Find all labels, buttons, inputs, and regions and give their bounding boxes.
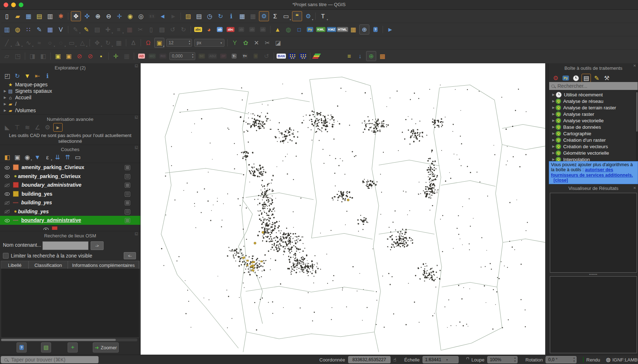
delete-selected[interactable]: ▦ [125,25,134,34]
layer-legend-filter-icon[interactable] [125,209,130,214]
refresh-map[interactable]: ↻ [216,12,225,21]
clipboard[interactable]: ▤ [194,12,204,21]
expander-icon[interactable]: ▶ [551,132,556,135]
digitize-rectangle[interactable]: ▭▾ [67,38,76,47]
advanced-digitizing-delta[interactable]: Δ [129,38,138,47]
stream-digitize[interactable]: ≈ [35,38,44,47]
processing-search-input[interactable] [557,83,630,89]
layer-row-boundary_administrative[interactable]: boundary_administrative [0,216,140,225]
layer-visibility-eye-icon[interactable] [4,191,10,196]
snapping-mode[interactable]: ▣▾ [154,38,164,48]
layer-visibility-eye-icon[interactable] [4,209,10,214]
avoid-intersections[interactable]: ✿ [241,38,250,47]
map-canvas[interactable] [141,63,545,355]
labeling-rotate[interactable]: ab [258,25,268,34]
expander-icon[interactable]: ▶ [3,89,7,93]
html-export[interactable]: HTML [338,25,347,34]
cad-t-square[interactable]: ⊤ [13,123,22,131]
panel-float-icon[interactable]: ◱ [135,232,138,236]
close-panel-icon[interactable]: ✕ [633,64,636,68]
zoom-native[interactable]: 1:1 [147,12,156,21]
digitize-curve[interactable]: ∿▾ [24,38,33,47]
map-tips[interactable]: ❝ [292,11,302,21]
expand-all-layers[interactable]: ⇊ [53,153,62,161]
browser-item-signets-spatiaux[interactable]: ▶▤Signets spatiaux [0,88,140,94]
panel-float-icon[interactable]: ◱ [135,145,138,149]
measure[interactable]: ▭▾ [281,12,291,21]
mo-tool[interactable]: MO [147,51,157,61]
options-gear[interactable]: ⚙▾ [304,12,313,21]
modify-attributes[interactable]: ≡▾ [114,25,123,34]
expander-icon[interactable]: ▶ [551,151,556,155]
attribute-table[interactable]: ▦ [237,12,247,21]
zoom-next[interactable]: ► [169,12,178,21]
redo[interactable]: ↻ [179,25,188,34]
layer-legend-filter-icon[interactable] [125,174,130,179]
text-annotation[interactable]: T▾ [318,12,328,21]
labeling-pin-red[interactable]: abc [226,25,235,34]
osm-limit-checkbox[interactable] [3,253,9,259]
cad-floater[interactable]: ▸ [53,123,63,132]
expander-icon[interactable]: ▶ [3,109,7,112]
cad-parallel[interactable]: ≋ [23,123,32,131]
layer-row-amenity_parking_Civrieux[interactable]: amenity_parking_Civrieux [0,172,140,181]
panel-float-icon[interactable]: ◱ [135,64,138,68]
layer-legend-filter-icon[interactable] [125,183,130,188]
cut-features[interactable]: ✂ [136,25,145,34]
remove-layer[interactable]: ▭ [73,153,82,161]
osm-horizontal-scrollbar[interactable] [1,338,137,341]
magnifier-field[interactable]: 100%▲▼ [487,356,518,363]
processing-scrollbar[interactable] [636,91,638,161]
undo[interactable]: ↺ [168,25,177,34]
osm-name-input[interactable] [42,241,88,250]
decoration-triangle[interactable]: ▲ [273,25,282,34]
crs-indicator[interactable]: IGNF:LAMB93 [612,357,638,363]
processing-group-analyse-raster[interactable]: ▶QAnalyse raster [548,111,635,117]
digitize-ellipse[interactable]: ◌▾ [56,38,65,47]
python-console[interactable]: Py [305,25,315,34]
layer-legend-filter-icon[interactable] [125,218,130,223]
new-print-layout[interactable]: ▤ [35,12,44,21]
osm-zoom-button[interactable]: ➜ Zoomer [93,342,119,352]
processing-search[interactable] [549,82,638,90]
panel-float-icon[interactable]: ◱ [135,115,138,119]
browser-add-selected-layers[interactable]: ◰ [3,72,12,80]
edit-features-in-place[interactable]: ✎ [592,74,601,82]
labeling-pin-blue[interactable]: ab [215,25,224,34]
film-frames[interactable]: ▦ [122,51,131,61]
expander-icon[interactable]: ▶ [3,96,7,99]
ro-tool[interactable]: RO [158,51,168,61]
processing-toolbox-toggle[interactable]: ⚙ [259,11,269,21]
processing-group-analyse-de-terrain-raster[interactable]: ▶QAnalyse de terrain raster [548,104,635,111]
dock-panels[interactable]: ▦ [248,12,258,21]
processing-history-clock[interactable] [571,74,580,82]
statistical-summary[interactable]: Σ [270,12,280,21]
zoom-out[interactable]: ⊖ [104,12,113,21]
distance-value[interactable]: 0,000▲▼ [169,52,195,60]
help[interactable]: ? [371,25,380,34]
rotation-field[interactable]: 0,0 °▲▼ [546,356,577,363]
layer-visibility-eye-icon[interactable] [4,165,10,170]
labeling-highlight[interactable]: ab [237,25,246,34]
digitize-shape[interactable]: ◮▾ [13,38,22,47]
rotate-feature[interactable]: ↻▾ [103,38,113,47]
processing-group-cr-ation-d-un-raster[interactable]: ▶QCréation d'un raster [548,137,635,143]
add-vector-layer[interactable]: ▥ [2,25,12,34]
layer-diagram[interactable]: ◕ [204,25,214,34]
layer-row-building_yes[interactable]: building_yes [0,207,140,216]
osm-add-geometry-button[interactable]: ✦ [68,342,78,352]
georeferencer[interactable]: ✛ [111,51,120,61]
add-postgis-layer[interactable]: ▦ [45,25,55,34]
current-edits[interactable]: ✎▾ [71,25,80,34]
new-shapefile-layer[interactable]: ▣ [53,51,63,61]
web-menu[interactable]: ◍ [284,25,293,34]
processing-python[interactable]: Py [561,74,570,82]
new-project[interactable]: ▯ [2,12,12,21]
color-mosaic[interactable]: ▩ [378,51,387,61]
paste-style[interactable]: ◧ [38,51,48,61]
osm-place-search[interactable]: ⊕ [366,51,376,61]
layer-visibility-eye-icon[interactable] [4,173,10,179]
expander-icon[interactable]: ▶ [551,93,556,96]
layer-legend-filter-icon[interactable] [125,165,130,170]
open-project[interactable]: ▰ [13,12,22,21]
